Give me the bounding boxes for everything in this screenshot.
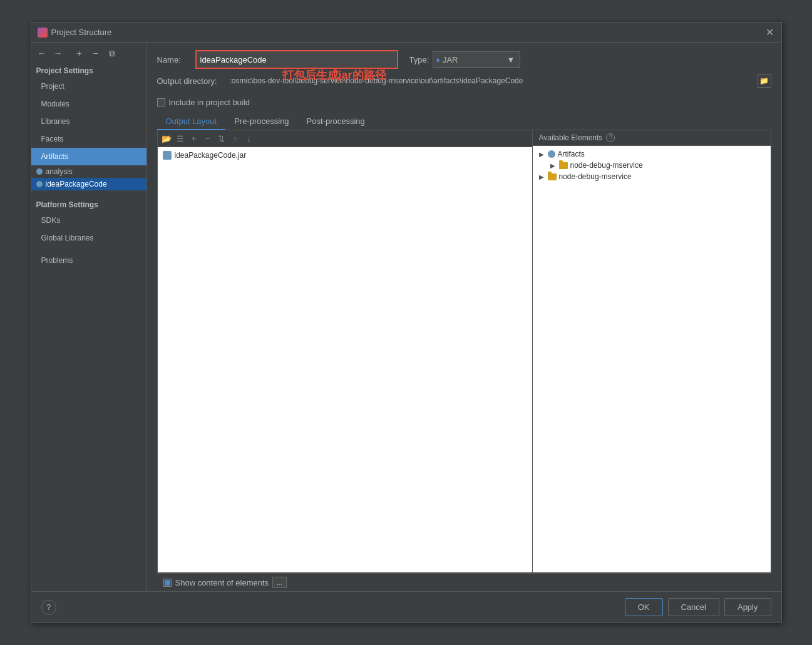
platform-settings-label: Platform Settings: [31, 195, 146, 212]
show-content-check-inner: [165, 580, 170, 586]
tree-item-node-debug-1[interactable]: ▶ node-debug-mservice: [537, 160, 767, 171]
sidebar-item-project[interactable]: Project: [31, 78, 146, 95]
panel-list-btn[interactable]: ☰: [174, 132, 187, 145]
right-panel: Available Elements ? ▶ Artifacts ▶: [533, 130, 771, 572]
panel-down-btn[interactable]: ↓: [243, 132, 255, 145]
type-label: Type:: [409, 55, 429, 64]
sidebar-item-modules[interactable]: Modules: [31, 95, 146, 113]
panel-folder-btn[interactable]: 📂: [160, 132, 173, 145]
dialog-title: Project Structure: [51, 28, 112, 37]
title-bar: Project Structure ✕: [31, 23, 781, 43]
ok-button[interactable]: OK: [625, 598, 663, 616]
sidebar-item-global-libraries[interactable]: Global Libraries: [31, 229, 146, 247]
jar-icon: ♦: [436, 55, 440, 64]
folder-icon: [548, 173, 557, 180]
artifact-item-ideapackagecode[interactable]: ideaPackageCode: [31, 178, 146, 190]
main-content: Name: Type: ♦ JAR ▼ Output directory: :o…: [147, 43, 781, 591]
include-row: Include in project build: [157, 98, 771, 107]
app-icon: [38, 28, 48, 38]
panel-sort-btn[interactable]: ⇅: [215, 132, 228, 145]
remove-artifact-button[interactable]: −: [89, 46, 103, 60]
dots-button[interactable]: ...: [272, 577, 287, 588]
sidebar-item-label: Global Libraries: [41, 234, 94, 242]
sidebar-item-label: Libraries: [41, 117, 70, 126]
tree-item-node-debug-2[interactable]: ▶ node-debug-mservice: [537, 171, 767, 182]
sidebar-item-artifacts[interactable]: Artifacts: [31, 148, 146, 165]
help-button[interactable]: ?: [41, 600, 56, 615]
project-structure-dialog: Project Structure ✕ ← → + − ⧉ Project Se…: [31, 22, 782, 623]
tab-output-layout[interactable]: Output Layout: [157, 113, 226, 130]
dialog-body: ← → + − ⧉ Project Settings Project Modul…: [31, 43, 781, 591]
name-label: Name:: [157, 55, 192, 64]
sidebar-item-label: Facets: [41, 135, 64, 143]
artifact-dot-icon: [36, 168, 43, 175]
cancel-button[interactable]: Cancel: [668, 598, 719, 616]
jar-file-row[interactable]: ideaPackageCode.jar: [160, 150, 530, 161]
sidebar-item-label: Problems: [41, 256, 73, 265]
artifact-item-analysis[interactable]: analysis: [31, 165, 146, 178]
add-artifact-button[interactable]: +: [73, 46, 86, 60]
split-panel: 📂 ☰ + − ⇅ ↑ ↓ ideaPackageCode.jar: [157, 130, 771, 573]
left-panel-toolbar: 📂 ☰ + − ⇅ ↑ ↓: [158, 130, 532, 147]
type-select[interactable]: ♦ JAR ▼: [433, 51, 520, 68]
output-wrapper: Output directory: :osmic\bos-dev-tool\de…: [157, 74, 771, 93]
bottom-bar: Show content of elements ...: [157, 573, 771, 591]
output-path: :osmic\bos-dev-tool\debug-service\node-d…: [230, 76, 754, 85]
left-panel: 📂 ☰ + − ⇅ ↑ ↓ ideaPackageCode.jar: [158, 130, 533, 572]
sidebar-item-facets[interactable]: Facets: [31, 130, 146, 148]
show-content-checkbox[interactable]: [163, 579, 172, 587]
output-label: Output directory:: [157, 76, 226, 86]
problems-section: Problems: [31, 252, 146, 269]
panel-add-btn[interactable]: +: [188, 132, 200, 145]
help-icon[interactable]: ?: [606, 133, 615, 142]
name-input[interactable]: [197, 51, 397, 68]
artifact-item-label: analysis: [46, 167, 73, 176]
close-button[interactable]: ✕: [765, 28, 775, 38]
title-bar-left: Project Structure: [38, 28, 112, 38]
platform-settings-section: Platform Settings SDKs Global Libraries: [31, 195, 146, 247]
include-build-checkbox[interactable]: [157, 98, 165, 106]
nav-forward-button[interactable]: →: [51, 46, 65, 60]
right-panel-content: ▶ Artifacts ▶ node-debug-mservice ▶: [533, 146, 771, 572]
sidebar-nav-row: ← → + − ⧉: [31, 45, 146, 61]
folder-icon: [559, 162, 568, 169]
tree-item-artifacts[interactable]: ▶ Artifacts: [537, 148, 767, 160]
tab-post-processing[interactable]: Post-processing: [298, 113, 374, 130]
artifact-dot-icon: [36, 181, 43, 187]
jar-file-icon: [163, 151, 172, 160]
output-row: Output directory: :osmic\bos-dev-tool\de…: [157, 74, 771, 88]
artifacts-folder-icon: [548, 150, 555, 158]
panel-up-btn[interactable]: ↑: [229, 132, 242, 145]
type-dropdown-arrow: ▼: [506, 55, 515, 64]
name-row: Name: Type: ♦ JAR ▼: [157, 50, 771, 69]
tree-item-label: node-debug-mservice: [559, 172, 632, 181]
type-value: JAR: [443, 55, 458, 64]
browse-folder-button[interactable]: 📁: [758, 74, 771, 88]
artifact-list: analysis ideaPackageCode: [31, 165, 146, 190]
sidebar: ← → + − ⧉ Project Settings Project Modul…: [31, 43, 147, 591]
sidebar-item-label: Project: [41, 82, 64, 91]
tree-arrow-icon: ▶: [538, 173, 545, 180]
name-input-wrapper: [195, 50, 398, 69]
tree-item-label: node-debug-mservice: [570, 161, 643, 170]
panel-remove-btn[interactable]: −: [202, 132, 214, 145]
apply-button[interactable]: Apply: [724, 598, 771, 616]
sidebar-item-label: Modules: [41, 100, 69, 108]
tree-item-label: Artifacts: [558, 150, 585, 158]
show-content-label: Show content of elements: [175, 578, 269, 587]
include-build-label: Include in project build: [169, 98, 250, 107]
copy-artifact-button[interactable]: ⧉: [105, 46, 119, 60]
tab-pre-processing[interactable]: Pre-processing: [225, 113, 297, 130]
sidebar-item-label: SDKs: [41, 216, 61, 225]
artifact-item-label: ideaPackageCode: [46, 180, 107, 188]
dialog-footer: ? OK Cancel Apply: [31, 591, 781, 622]
sidebar-item-sdks[interactable]: SDKs: [31, 212, 146, 229]
project-settings-label: Project Settings: [31, 61, 146, 78]
left-panel-content: ideaPackageCode.jar: [158, 147, 532, 572]
nav-back-button[interactable]: ←: [35, 46, 49, 60]
tree-arrow-icon: ▶: [538, 151, 545, 158]
sidebar-item-label: Artifacts: [41, 152, 68, 161]
sidebar-item-problems[interactable]: Problems: [31, 252, 146, 269]
sidebar-item-libraries[interactable]: Libraries: [31, 113, 146, 130]
available-elements-header: Available Elements ?: [533, 130, 771, 146]
